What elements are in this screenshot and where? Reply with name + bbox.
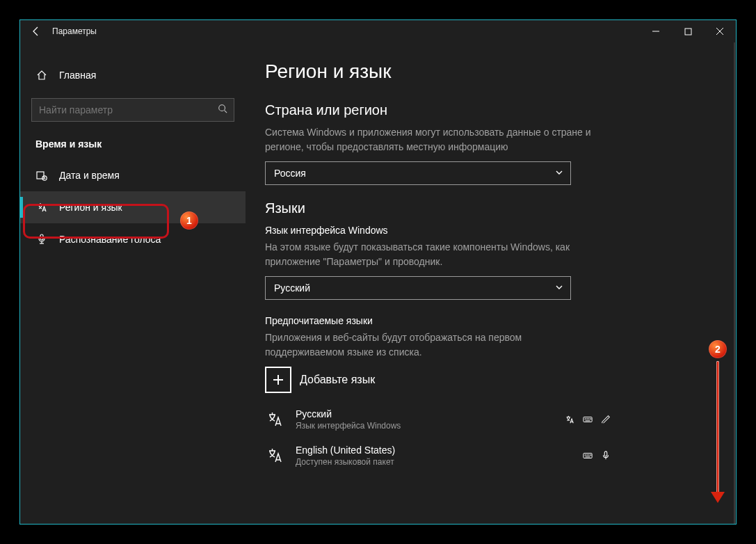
plus-icon: [265, 367, 291, 393]
svg-point-20: [590, 419, 591, 419]
language-name: English (United States): [296, 445, 395, 456]
add-language-button[interactable]: Добавьте язык: [265, 367, 716, 393]
language-subtext: Язык интерфейса Windows: [296, 421, 401, 431]
language-subtext: Доступен языковой пакет: [296, 457, 395, 467]
svg-point-4: [219, 105, 225, 111]
search-box: [31, 98, 234, 122]
sidebar-home-label: Главная: [59, 70, 96, 81]
svg-point-17: [585, 419, 586, 419]
display-language-dropdown[interactable]: Русский: [265, 276, 571, 300]
sidebar-item-label: Распознавание голоса: [59, 234, 161, 245]
svg-rect-27: [604, 451, 607, 456]
svg-rect-1: [685, 29, 691, 35]
language-feature-icons: [582, 450, 611, 461]
sidebar-item-date-time[interactable]: Дата и время: [20, 159, 246, 191]
sidebar-section-label: Время и язык: [20, 134, 246, 159]
region-heading: Страна или регион: [265, 102, 716, 118]
microphone-icon: [35, 233, 48, 246]
region-dropdown-value: Россия: [274, 168, 306, 179]
microphone-icon: [600, 450, 611, 461]
svg-point-24: [587, 455, 588, 456]
minimize-button[interactable]: [640, 20, 672, 42]
content-pane: Регион и язык Страна или регион Система …: [246, 42, 736, 524]
sidebar-home[interactable]: Главная: [20, 59, 246, 91]
display-language-value: Русский: [274, 282, 310, 294]
language-glyph-icon: [265, 445, 286, 466]
page-title: Регион и язык: [265, 61, 716, 83]
settings-window: Параметры: [19, 19, 737, 525]
sidebar: Главная Время и язык: [20, 42, 246, 524]
svg-point-19: [588, 419, 589, 419]
close-button[interactable]: [704, 20, 736, 42]
language-icon: [35, 201, 48, 214]
language-glyph-icon: [265, 409, 286, 430]
back-button[interactable]: [20, 20, 52, 42]
region-description: Система Windows и приложения могут испол…: [265, 125, 599, 154]
svg-point-25: [588, 455, 589, 456]
svg-point-23: [585, 455, 586, 456]
preferred-languages-subhead: Предпочитаемые языки: [265, 315, 716, 326]
languages-heading: Языки: [265, 200, 716, 216]
keyboard-icon: [582, 450, 593, 461]
search-icon: [218, 104, 227, 116]
svg-rect-10: [40, 234, 43, 240]
svg-line-5: [225, 111, 227, 113]
display-language-icon: [564, 414, 575, 425]
search-input[interactable]: [31, 98, 234, 122]
display-language-subhead: Язык интерфейса Windows: [265, 225, 716, 236]
svg-rect-6: [37, 172, 44, 179]
svg-line-9: [45, 178, 45, 179]
display-language-description: На этом языке будут показываться такие к…: [265, 240, 599, 269]
sidebar-item-label: Регион и язык: [59, 202, 122, 213]
language-row[interactable]: English (United States) Доступен языково…: [265, 438, 613, 467]
handwriting-icon: [600, 414, 611, 425]
keyboard-icon: [582, 414, 593, 425]
titlebar: Параметры: [20, 20, 736, 42]
svg-point-18: [587, 419, 588, 419]
home-icon: [35, 69, 48, 81]
language-name: Русский: [296, 408, 401, 419]
clock-calendar-icon: [35, 169, 48, 182]
chevron-down-icon: [555, 282, 563, 294]
language-feature-icons: [564, 414, 611, 425]
window-controls: [640, 20, 736, 42]
language-row[interactable]: Русский Язык интерфейса Windows: [265, 401, 613, 438]
add-language-label: Добавьте язык: [300, 374, 375, 386]
chevron-down-icon: [555, 168, 563, 179]
sidebar-item-speech[interactable]: Распознавание голоса: [20, 223, 246, 255]
window-title: Параметры: [52, 26, 97, 36]
region-dropdown[interactable]: Россия: [265, 161, 571, 185]
maximize-button[interactable]: [672, 20, 704, 42]
sidebar-item-label: Дата и время: [59, 170, 120, 181]
sidebar-item-region-language[interactable]: Регион и язык: [20, 191, 246, 223]
scrollbar[interactable]: [734, 42, 735, 524]
preferred-languages-description: Приложения и веб-сайты будут отображатьс…: [265, 330, 599, 360]
svg-point-26: [590, 455, 591, 456]
